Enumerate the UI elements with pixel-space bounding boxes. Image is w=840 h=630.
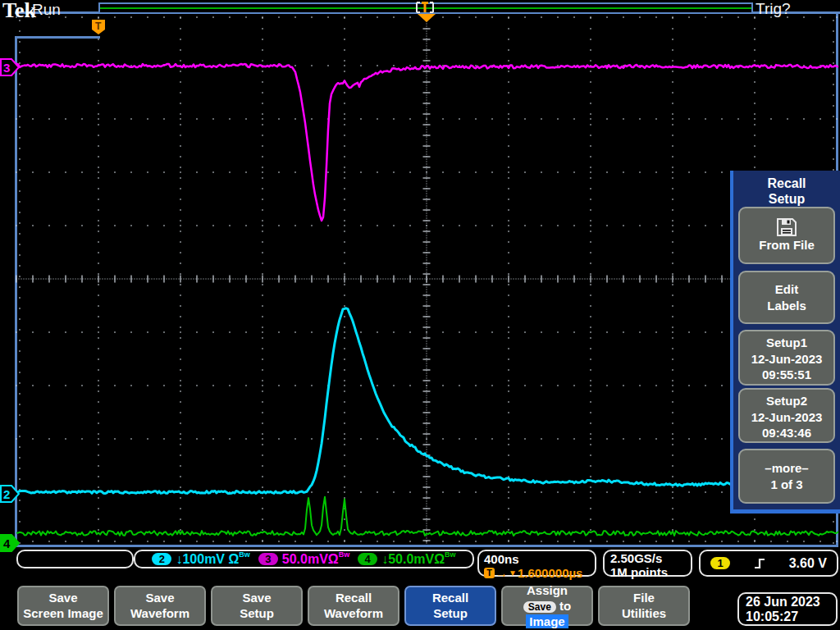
side-menu-recall-setup: Recall Setup From File Edit Labels Setup… <box>730 171 840 514</box>
recall-waveform-button[interactable]: Recall Waveform <box>308 586 399 626</box>
rising-edge-icon <box>753 557 766 570</box>
file-utilities-button[interactable]: File Utilities <box>598 586 690 626</box>
trigger-source-badge: 1 <box>710 557 730 569</box>
setup1-button[interactable]: Setup1 12-Jun-2023 09:55:51 <box>738 330 835 386</box>
ch2-readout: 2 ↓100mV ΩBw <box>152 552 249 567</box>
save-waveform-button[interactable]: Save Waveform <box>114 586 206 626</box>
assign-save-button[interactable]: Assign Save to Image <box>501 586 593 626</box>
time: 10:05:27 <box>746 609 836 624</box>
trace-ch3 <box>16 64 838 221</box>
ch3-readout: 3 50.0mVΩBw <box>258 552 349 567</box>
trigger-readout: 1 3.60 V <box>699 550 838 577</box>
empty-readout-box <box>16 550 134 568</box>
expansion-point-marker[interactable] <box>418 14 436 22</box>
horizontal-readout: 400ns T→▼1.600000µs <box>477 550 596 577</box>
wave-record-view <box>98 2 753 14</box>
waveform-display: 324T <box>0 0 840 630</box>
acquisition-readout: 2.50GS/s 1M points <box>603 550 692 577</box>
ch4-readout: 4 ↓50.0mVΩBw <box>358 552 455 567</box>
from-file-label: From File <box>759 237 815 253</box>
record-length: 1M points <box>610 566 691 580</box>
record-window-svg <box>415 2 435 14</box>
horizontal-scale: 400ns <box>484 552 595 566</box>
ch4-badge: 4 <box>358 553 377 565</box>
sample-rate: 2.50GS/s <box>610 552 691 566</box>
record-window-marker[interactable] <box>415 2 435 14</box>
ch3-marker-label: 3 <box>3 61 10 75</box>
side-menu-title: Recall Setup <box>733 176 840 207</box>
horizontal-delay: T→▼1.600000µs <box>484 566 595 580</box>
more-pages-button[interactable]: –more– 1 of 3 <box>738 449 835 504</box>
trigger-level: 3.60 V <box>789 556 827 571</box>
tek-logo: Tek <box>2 0 36 23</box>
save-setup-button[interactable]: Save Setup <box>211 586 303 626</box>
edit-labels-button[interactable]: Edit Labels <box>738 271 835 324</box>
date: 26 Jun 2023 <box>746 595 836 609</box>
acquisition-status: Run <box>32 1 61 19</box>
trace-ch2 <box>16 308 733 494</box>
from-file-button[interactable]: From File <box>738 207 835 264</box>
setup2-button[interactable]: Setup2 12-Jun-2023 09:43:46 <box>738 388 835 443</box>
save-key-badge: Save <box>523 601 556 613</box>
channel-readouts: 2 ↓100mV ΩBw 3 50.0mVΩBw 4 ↓50.0mVΩBw <box>134 550 474 568</box>
trigger-flag-label: T <box>95 21 102 32</box>
floppy-disk-icon <box>776 217 797 237</box>
save-screen-image-button[interactable]: Save Screen Image <box>17 586 109 626</box>
assign-target: Image <box>526 614 568 628</box>
ch2-marker-label: 2 <box>3 487 10 501</box>
trigger-t-icon: T <box>484 568 495 578</box>
ch4-marker-label: 4 <box>3 536 11 550</box>
trigger-status: Trig? <box>756 0 791 18</box>
date-time-display: 26 Jun 2023 10:05:27 <box>737 592 838 626</box>
ch3-badge: 3 <box>258 553 278 565</box>
recall-setup-button[interactable]: Recall Setup <box>404 586 496 626</box>
ch2-badge: 2 <box>152 553 171 565</box>
